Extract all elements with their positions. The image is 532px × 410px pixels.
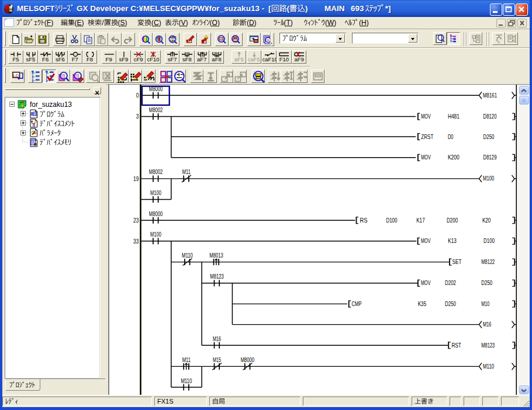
svg-text:M8000: M8000: [240, 357, 254, 363]
svg-text:H481: H481: [447, 113, 459, 120]
svg-text:K13: K13: [448, 237, 457, 244]
svg-text:MOV: MOV: [421, 113, 430, 120]
svg-text:0: 0: [136, 92, 139, 99]
svg-text:M11: M11: [182, 357, 190, 363]
svg-text:33: 33: [133, 238, 139, 245]
svg-text:D8120: D8120: [483, 113, 496, 120]
svg-text:MOV: MOV: [421, 154, 430, 161]
svg-text:K17: K17: [416, 217, 425, 224]
svg-text:3: 3: [136, 113, 139, 120]
svg-text:M8123: M8123: [210, 273, 224, 280]
svg-text:M8123: M8123: [481, 342, 495, 349]
svg-text:D100: D100: [483, 237, 495, 244]
svg-text:D250: D250: [445, 300, 456, 307]
svg-text:M8002: M8002: [148, 107, 163, 113]
svg-text:M8000: M8000: [148, 211, 163, 217]
svg-text:M8122: M8122: [481, 258, 495, 265]
svg-text:M110: M110: [483, 363, 494, 370]
svg-text:M110: M110: [182, 252, 193, 259]
svg-text:M100: M100: [150, 190, 161, 196]
svg-text:D8129: D8129: [483, 154, 496, 161]
svg-text:M100: M100: [150, 231, 161, 238]
svg-text:D200: D200: [447, 217, 458, 224]
svg-text:K35: K35: [417, 300, 426, 307]
svg-text:D250: D250: [481, 279, 492, 286]
svg-text:M15: M15: [213, 357, 221, 363]
svg-text:D0: D0: [447, 133, 453, 140]
svg-text:RS: RS: [360, 217, 367, 224]
svg-text:D100: D100: [386, 217, 397, 224]
svg-text:K200: K200: [447, 154, 459, 161]
svg-text:K20: K20: [482, 217, 490, 224]
svg-text:M8161: M8161: [483, 92, 497, 99]
svg-text:MOV: MOV: [421, 279, 430, 286]
svg-text:19: 19: [133, 175, 139, 182]
svg-text:SET: SET: [452, 258, 461, 265]
svg-text:M8002: M8002: [148, 169, 163, 175]
svg-text:ZRST: ZRST: [421, 133, 433, 140]
svg-text:M11: M11: [182, 169, 190, 175]
svg-text:MOV: MOV: [421, 237, 430, 244]
svg-text:23: 23: [133, 217, 139, 224]
svg-text:D202: D202: [445, 279, 456, 286]
svg-text:M100: M100: [483, 175, 494, 182]
svg-text:RST: RST: [451, 342, 461, 349]
svg-text:CMP: CMP: [351, 300, 361, 307]
svg-text:M8013: M8013: [209, 252, 223, 259]
svg-text:M110: M110: [181, 378, 192, 384]
svg-text:M16: M16: [483, 321, 492, 328]
svg-text:D250: D250: [483, 133, 494, 140]
svg-text:M10: M10: [481, 300, 489, 307]
svg-text:M16: M16: [213, 336, 221, 342]
